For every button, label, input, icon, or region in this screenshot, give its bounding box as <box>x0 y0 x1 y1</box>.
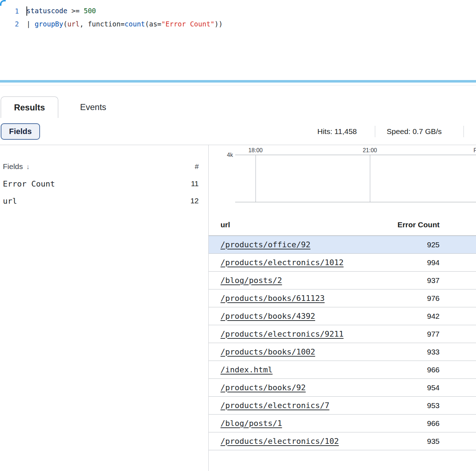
speed-stat: Speed: 0.7 GB/s <box>387 127 442 136</box>
count-column-header: # <box>195 163 199 171</box>
editor-accent-bar <box>0 80 476 83</box>
url-link[interactable]: /products/electronics/7 <box>220 401 329 410</box>
code-text: statuscode >= 500 <box>26 6 96 16</box>
table-header: url Error Count <box>209 204 476 236</box>
chart-gridline-top <box>235 155 476 155</box>
code-line[interactable]: 1statuscode >= 500 <box>0 5 476 18</box>
url-link[interactable]: /products/books/92 <box>220 383 306 392</box>
url-link[interactable]: /products/electronics/9211 <box>220 329 343 338</box>
tab-events[interactable]: Events <box>76 96 110 118</box>
error-count-value: 994 <box>427 258 440 267</box>
fields-button[interactable]: Fields <box>1 123 40 140</box>
url-link[interactable]: /products/office/92 <box>220 240 311 249</box>
url-link[interactable]: /blog/posts/2 <box>220 276 282 285</box>
tab-results-label: Results <box>14 103 45 113</box>
hits-stat: Hits: 11,458 <box>317 127 357 136</box>
results-table: url Error Count /products/office/92925/p… <box>209 204 476 471</box>
url-link[interactable]: /blog/posts/1 <box>220 419 282 428</box>
field-row[interactable]: Error Count11 <box>0 175 208 192</box>
column-header-url[interactable]: url <box>220 220 230 229</box>
table-row[interactable]: /blog/posts/1966 <box>209 415 476 432</box>
x-tick-label-partial: F <box>473 147 476 154</box>
toolbar-divider <box>375 126 375 137</box>
field-name[interactable]: url <box>3 197 17 205</box>
field-count: 11 <box>191 179 199 188</box>
table-row[interactable]: /products/books/92954 <box>209 379 476 397</box>
table-row[interactable]: /products/electronics/102935 <box>209 432 476 450</box>
url-link[interactable]: /products/books/611123 <box>220 294 324 303</box>
table-row[interactable]: /index.html966 <box>209 361 476 379</box>
y-axis-max-label: 4k <box>214 152 233 158</box>
url-link[interactable]: /index.html <box>220 365 273 374</box>
line-number: 1 <box>0 7 26 15</box>
error-count-value: 976 <box>427 294 440 303</box>
error-count-value: 933 <box>427 348 440 356</box>
url-link[interactable]: /products/books/1002 <box>220 347 315 356</box>
error-count-value: 977 <box>427 330 440 338</box>
table-row[interactable]: /products/books/1002933 <box>209 343 476 361</box>
x-tick-label: 21:00 <box>358 147 381 154</box>
url-link[interactable]: /products/books/4392 <box>220 312 315 321</box>
code-line[interactable]: 2| groupBy(url, function=count(as="Error… <box>0 18 476 30</box>
table-row[interactable]: /blog/posts/2937 <box>209 272 476 289</box>
chart-gridline-vertical <box>256 155 256 202</box>
query-editor[interactable]: 1statuscode >= 5002| groupBy(url, functi… <box>0 0 476 80</box>
field-rows: Error Count11url12 <box>0 175 208 209</box>
error-count-value: 935 <box>427 437 440 446</box>
field-count: 12 <box>190 197 199 205</box>
error-count-value: 966 <box>427 419 440 428</box>
timeline-chart[interactable]: 4k 18:00 21:00 F <box>209 145 476 204</box>
table-rows: /products/office/92925/products/electron… <box>209 236 476 450</box>
toolbar-divider <box>463 126 464 137</box>
tab-events-label: Events <box>80 102 106 112</box>
table-row[interactable]: /products/books/4392942 <box>209 307 476 325</box>
table-row[interactable]: /products/office/92925 <box>209 236 476 254</box>
error-count-value: 937 <box>427 276 440 285</box>
editor-divider <box>0 85 476 85</box>
url-link[interactable]: /products/electronics/102 <box>220 437 339 446</box>
table-row[interactable]: /products/electronics/1012994 <box>209 254 476 272</box>
error-count-value: 966 <box>427 366 440 374</box>
x-tick-label: 18:00 <box>244 147 267 154</box>
table-row[interactable]: /products/electronics/9211977 <box>209 325 476 343</box>
fields-header-label: Fields <box>3 162 23 170</box>
error-count-value: 942 <box>427 312 440 321</box>
field-row[interactable]: url12 <box>0 192 208 209</box>
sort-down-icon: ↓ <box>26 163 30 170</box>
table-row[interactable]: /products/electronics/7953 <box>209 397 476 415</box>
error-count-value: 925 <box>427 241 440 249</box>
tab-results[interactable]: Results <box>1 96 58 118</box>
error-count-value: 953 <box>427 401 440 410</box>
table-row[interactable]: /products/books/611123976 <box>209 289 476 307</box>
column-header-error-count[interactable]: Error Count <box>397 220 440 229</box>
chart-gridline-vertical <box>370 155 370 202</box>
line-number: 2 <box>0 20 26 28</box>
fields-sort-control[interactable]: Fields↓ <box>3 162 30 171</box>
fields-panel-header: Fields↓ # <box>0 158 208 175</box>
error-count-value: 954 <box>427 383 440 392</box>
url-link[interactable]: /products/electronics/1012 <box>220 258 343 267</box>
chart-axis-baseline <box>235 202 476 202</box>
fields-panel: Fields↓ # Error Count11url12 <box>0 145 208 471</box>
field-name[interactable]: Error Count <box>3 179 55 188</box>
code-text: | groupBy(url, function=count(as="Error … <box>26 20 223 28</box>
editor-focus-corner <box>0 0 6 6</box>
code-lines: 1statuscode >= 5002| groupBy(url, functi… <box>0 5 476 30</box>
